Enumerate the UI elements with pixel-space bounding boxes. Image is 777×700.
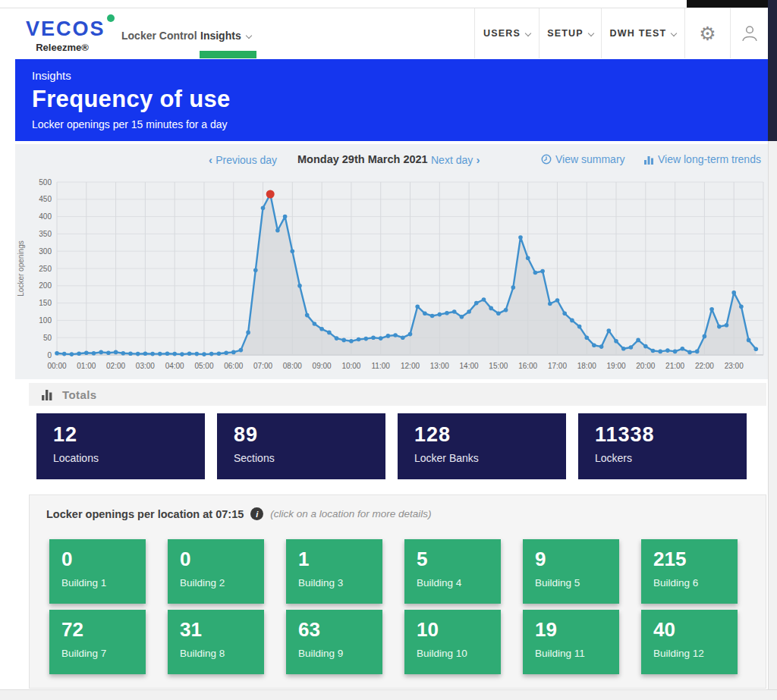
data-point[interactable] bbox=[371, 335, 376, 340]
data-point[interactable] bbox=[77, 351, 81, 356]
data-point[interactable] bbox=[548, 302, 552, 306]
data-point[interactable] bbox=[430, 314, 435, 319]
data-point[interactable] bbox=[172, 352, 177, 356]
account-button[interactable] bbox=[730, 8, 768, 58]
data-point[interactable] bbox=[379, 336, 383, 341]
data-point[interactable] bbox=[327, 331, 332, 335]
data-point[interactable] bbox=[217, 351, 222, 356]
previous-day-button[interactable]: ‹ Previous day bbox=[209, 153, 277, 166]
location-tile-building-9[interactable]: 63Building 9 bbox=[286, 610, 382, 674]
data-point[interactable] bbox=[518, 235, 523, 240]
data-point[interactable] bbox=[239, 348, 244, 353]
data-point[interactable] bbox=[291, 249, 295, 253]
settings-button[interactable]: ⚙ bbox=[684, 8, 730, 58]
data-point[interactable] bbox=[577, 325, 582, 329]
location-tile-building-12[interactable]: 40Building 12 bbox=[641, 610, 738, 674]
data-point[interactable] bbox=[62, 352, 67, 356]
data-point[interactable] bbox=[319, 327, 324, 331]
data-point[interactable] bbox=[165, 351, 170, 356]
data-point[interactable] bbox=[253, 268, 258, 273]
location-tile-building-7[interactable]: 72Building 7 bbox=[49, 610, 146, 674]
location-tile-building-1[interactable]: 0Building 1 bbox=[49, 539, 146, 604]
data-point[interactable] bbox=[533, 271, 538, 275]
data-point[interactable] bbox=[114, 350, 118, 355]
data-point[interactable] bbox=[511, 285, 516, 290]
data-point[interactable] bbox=[106, 351, 111, 356]
data-point[interactable] bbox=[452, 309, 457, 314]
data-point[interactable] bbox=[357, 337, 361, 342]
data-point[interactable] bbox=[128, 351, 133, 356]
data-point[interactable] bbox=[614, 339, 618, 344]
view-summary-link[interactable]: View summary bbox=[541, 153, 625, 165]
location-tile-building-5[interactable]: 9Building 5 bbox=[523, 539, 619, 604]
data-point[interactable] bbox=[747, 338, 751, 343]
data-point[interactable] bbox=[341, 338, 346, 343]
location-tile-building-6[interactable]: 215Building 6 bbox=[641, 539, 738, 604]
data-point[interactable] bbox=[467, 309, 471, 314]
data-point[interactable] bbox=[275, 228, 280, 233]
scrollbar-track[interactable] bbox=[768, 141, 777, 700]
data-point[interactable] bbox=[643, 344, 648, 349]
data-point[interactable] bbox=[393, 333, 398, 337]
data-point[interactable] bbox=[349, 339, 354, 344]
data-point[interactable] bbox=[150, 352, 155, 356]
data-point[interactable] bbox=[687, 350, 692, 355]
info-icon[interactable]: i bbox=[250, 507, 263, 520]
data-point[interactable] bbox=[415, 304, 420, 309]
data-point[interactable] bbox=[70, 352, 74, 356]
data-point[interactable] bbox=[703, 334, 707, 339]
data-point[interactable] bbox=[717, 325, 722, 329]
data-point[interactable] bbox=[460, 315, 464, 319]
data-point[interactable] bbox=[143, 351, 148, 356]
data-point[interactable] bbox=[445, 311, 449, 315]
data-point[interactable] bbox=[195, 352, 200, 356]
data-point[interactable] bbox=[474, 301, 479, 306]
data-point[interactable] bbox=[504, 308, 508, 312]
data-point[interactable] bbox=[335, 336, 339, 341]
location-tile-building-4[interactable]: 5Building 4 bbox=[404, 539, 501, 604]
data-point[interactable] bbox=[526, 256, 530, 261]
data-point[interactable] bbox=[636, 338, 640, 343]
data-point[interactable] bbox=[158, 352, 162, 356]
data-point[interactable] bbox=[364, 337, 369, 341]
data-point[interactable] bbox=[305, 313, 310, 318]
data-point[interactable] bbox=[283, 215, 288, 219]
location-tile-building-3[interactable]: 1Building 3 bbox=[286, 539, 382, 604]
data-point[interactable] bbox=[651, 349, 656, 353]
data-point[interactable] bbox=[725, 323, 729, 328]
data-point[interactable] bbox=[599, 344, 604, 349]
data-point[interactable] bbox=[224, 351, 228, 356]
nav-item-locker-control[interactable]: Locker Control bbox=[121, 30, 197, 42]
data-point[interactable] bbox=[482, 297, 486, 302]
data-point[interactable] bbox=[408, 332, 413, 337]
nav-item-insights[interactable]: Insights bbox=[200, 30, 251, 42]
menu-users[interactable]: USERS bbox=[474, 8, 539, 58]
data-point[interactable] bbox=[209, 352, 214, 356]
data-point[interactable] bbox=[297, 284, 302, 288]
data-point[interactable] bbox=[665, 348, 670, 353]
data-point[interactable] bbox=[658, 350, 662, 354]
data-point[interactable] bbox=[585, 335, 590, 340]
location-tile-building-8[interactable]: 31Building 8 bbox=[168, 610, 264, 674]
data-point[interactable] bbox=[187, 351, 192, 356]
data-point[interactable] bbox=[555, 298, 560, 303]
data-point[interactable] bbox=[739, 304, 744, 309]
data-point[interactable] bbox=[681, 347, 685, 351]
data-point[interactable] bbox=[695, 350, 700, 354]
data-point[interactable] bbox=[607, 328, 612, 333]
data-point[interactable] bbox=[136, 352, 140, 356]
data-point[interactable] bbox=[731, 290, 736, 295]
data-point[interactable] bbox=[202, 352, 206, 356]
data-point[interactable] bbox=[754, 347, 759, 351]
data-point[interactable] bbox=[496, 312, 501, 316]
data-point[interactable] bbox=[438, 312, 442, 317]
data-point[interactable] bbox=[489, 306, 493, 311]
location-tile-building-10[interactable]: 10Building 10 bbox=[404, 610, 501, 674]
data-point[interactable] bbox=[246, 331, 250, 335]
data-point[interactable] bbox=[570, 319, 574, 323]
data-point[interactable] bbox=[92, 351, 96, 356]
data-point[interactable] bbox=[423, 312, 427, 316]
data-point[interactable] bbox=[261, 206, 266, 210]
data-point[interactable] bbox=[313, 322, 317, 326]
data-point[interactable] bbox=[592, 343, 596, 347]
